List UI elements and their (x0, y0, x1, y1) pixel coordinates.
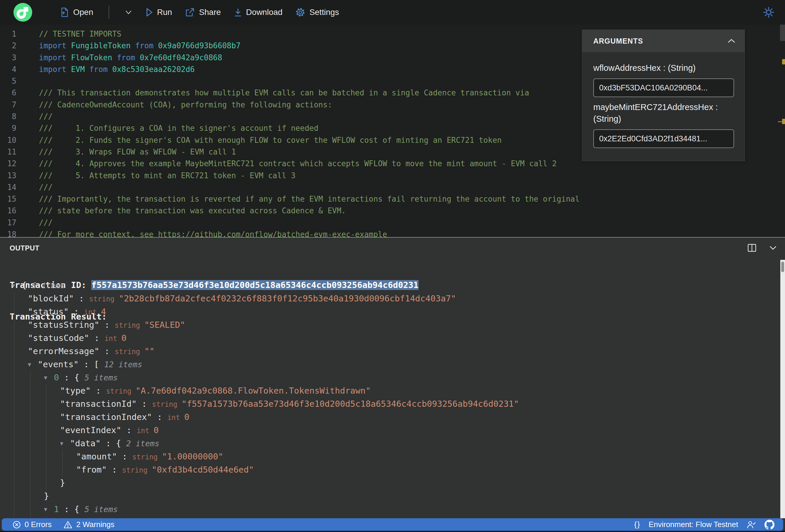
value-type: int (137, 427, 154, 435)
line-number: 12 (0, 158, 17, 170)
value-type: int (104, 334, 122, 343)
github-icon[interactable] (764, 520, 775, 530)
code-token: FlowToken (71, 53, 117, 62)
code-token: /// 2. Funds the signer's COA with enoug… (39, 136, 502, 145)
items-count: 2 items (126, 439, 159, 448)
download-button[interactable]: Download (234, 8, 283, 17)
status-bar-left: 0 Errors 2 Warnings (2, 520, 115, 529)
collapse-arrow-icon[interactable]: ▼ (12, 279, 22, 292)
status-bar: 0 Errors 2 Warnings {} Environment: Flow… (2, 518, 783, 531)
flow-logo[interactable] (14, 3, 32, 22)
run-button[interactable]: Run (146, 8, 172, 17)
code-token: /// For more context, see (39, 230, 158, 237)
code-line[interactable]: 18/// For more context, see https://gith… (0, 229, 773, 237)
code-token: 0x8c5303eaa26202d6 (112, 65, 195, 74)
colon: : (69, 307, 84, 316)
code-token: /// state before the transaction was exe… (39, 206, 346, 215)
tree-row: } (0, 476, 776, 489)
colon: : (107, 465, 122, 475)
environment-label[interactable]: Environment: Flow Testnet (649, 520, 738, 529)
download-icon (234, 8, 242, 17)
line-number: 11 (0, 146, 17, 158)
warning-icon (63, 520, 73, 529)
open-button[interactable]: Open (60, 7, 93, 17)
warning-marker (782, 59, 785, 65)
share-label: Share (199, 8, 221, 17)
share-button[interactable]: Share (185, 8, 221, 17)
output-scrollbar-track[interactable] (780, 260, 785, 518)
theme-toggle-sun-icon[interactable] (762, 6, 775, 19)
colon: : (79, 359, 94, 369)
code-line[interactable]: 14/// (0, 181, 773, 193)
argument-input-maybemint[interactable] (593, 129, 734, 148)
chevron-down-icon (124, 10, 133, 15)
tree-key: "errorMessage" (28, 346, 99, 356)
tree-row: "statusCode" : int 0 (0, 332, 776, 345)
chevron-up-icon[interactable] (727, 38, 736, 44)
tree-value: "SEALED" (144, 320, 185, 330)
collapse-arrow-icon[interactable]: ▼ (44, 371, 54, 384)
code-token: EVM (71, 65, 90, 74)
settings-button[interactable]: Settings (295, 7, 339, 17)
toolbar-buttons: Open Run (60, 5, 339, 19)
output-scrollbar-thumb[interactable] (781, 262, 784, 272)
warnings-status[interactable]: 2 Warnings (63, 520, 115, 529)
tree-row: "errorMessage" : string "" (0, 345, 776, 358)
colon: : (59, 504, 74, 514)
collapse-arrow-icon[interactable]: ▼ (28, 358, 38, 371)
feedback-person-icon[interactable] (746, 520, 756, 529)
colon: : (89, 333, 104, 343)
argument-label: maybeMintERC721AddressHex : (String) (593, 101, 731, 125)
tree-row: } (0, 489, 776, 503)
arguments-header[interactable]: ARGUMENTS (582, 30, 744, 52)
code-text: /// CadenceOwnedAccount (COA), performin… (39, 99, 332, 110)
tree-row: "statusString" : string "SEALED" (0, 319, 776, 332)
value-type: string (115, 348, 144, 356)
code-token: import (39, 65, 71, 74)
toolbar-divider (108, 5, 109, 19)
code-line[interactable]: 13/// 5. Attempts to mint an ERC721 toke… (0, 170, 773, 181)
open-dropdown-button[interactable] (124, 10, 133, 15)
share-icon (185, 8, 195, 17)
output-panel: OUTPUT Transaction ID: f557a1573b76aa53e… (0, 237, 785, 531)
tree-value: "0xfd3b4cd50d44e6ed" (152, 465, 254, 475)
tree-value: 0 (154, 425, 159, 435)
code-text: // TESTNET IMPORTS (39, 28, 122, 40)
run-icon (146, 8, 153, 17)
editor-scrollbar-thumb[interactable] (780, 25, 785, 41)
value-type: int (168, 413, 184, 422)
tree-key: "eventIndex" (60, 425, 122, 435)
collapse-arrow-icon[interactable]: ▼ (44, 503, 54, 516)
value-type: string (106, 387, 135, 395)
argument-input-wflow[interactable] (593, 78, 734, 97)
code-token: from (89, 65, 112, 74)
tree-row: "blockId" : string "2b28cbfb87da2cfec4f0… (0, 292, 776, 305)
settings-label: Settings (309, 8, 339, 17)
line-number: 5 (0, 75, 17, 87)
collapse-arrow-icon[interactable]: ▼ (60, 437, 70, 450)
line-number: 16 (0, 205, 17, 217)
code-link[interactable]: https://github.com/onflow/batched-evm-ex… (158, 230, 387, 237)
code-line[interactable]: 15/// Importantly, the transaction is re… (0, 193, 773, 205)
value-type: string (115, 321, 144, 329)
errors-status[interactable]: 0 Errors (12, 520, 52, 529)
tree-row: "transactionIndex" : int 0 (0, 410, 776, 424)
code-text: /// Importantly, the transaction is reve… (39, 193, 580, 205)
result-tree: ▼{ 6 items"blockId" : string "2b28cbfb87… (0, 279, 776, 531)
code-text: /// (39, 217, 53, 229)
tree-row: ▼"events" : [ 12 items (0, 358, 776, 371)
opening-brace: { (74, 504, 84, 514)
tree-key: "status" (28, 307, 69, 316)
code-line[interactable]: 16/// state before the transaction was e… (0, 205, 773, 217)
items-count: 5 items (84, 505, 118, 514)
line-number: 2 (0, 40, 17, 51)
line-number: 14 (0, 181, 17, 193)
colon: : (152, 412, 167, 422)
code-line[interactable]: 17/// (0, 217, 773, 229)
colon: : (117, 452, 132, 461)
split-view-icon[interactable] (747, 244, 757, 252)
tree-key: "transactionIndex" (60, 412, 152, 422)
code-token: /// 4. Approves the example MaybeMintERC… (39, 159, 557, 168)
items-count: 6 items (32, 281, 65, 290)
collapse-output-chevron-icon[interactable] (768, 245, 777, 251)
